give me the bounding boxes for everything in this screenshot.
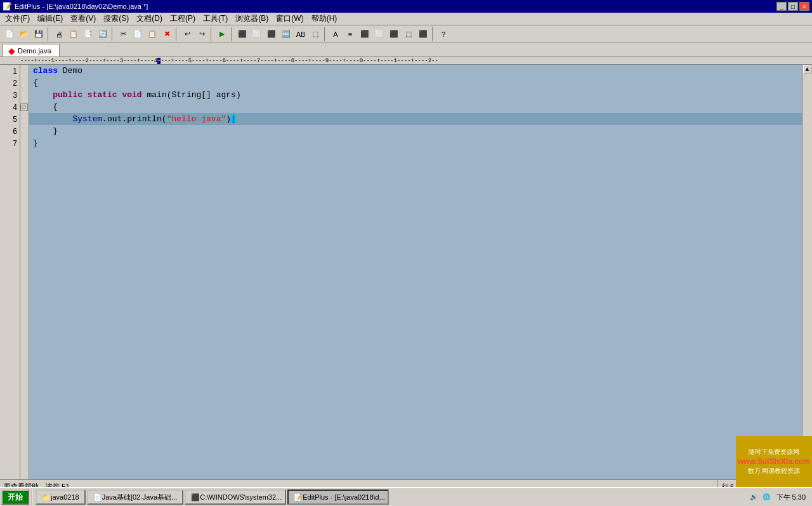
undo-button[interactable]: ↩ bbox=[180, 27, 194, 41]
close-button[interactable]: × bbox=[799, 2, 809, 11]
menu-item-查看v[interactable]: 查看(V) bbox=[67, 13, 100, 25]
menu-item-搜索s[interactable]: 搜索(S) bbox=[100, 13, 133, 25]
line-num-4: 4 bbox=[0, 101, 20, 113]
watermark-line-1: 随时下免费资源网 bbox=[749, 448, 799, 456]
toolbar-btn-12[interactable]: ≡ bbox=[343, 27, 357, 41]
copy-button[interactable]: 📄 bbox=[131, 27, 145, 41]
token-indent-6: } bbox=[33, 126, 58, 136]
toolbar-btn-5[interactable]: ⬛ bbox=[235, 27, 249, 41]
toolbar-btn-3[interactable]: 📑 bbox=[81, 27, 95, 41]
toolbar-btn-17[interactable]: ⬛ bbox=[416, 27, 430, 41]
toolbar-btn-9[interactable]: AB bbox=[294, 27, 308, 41]
toolbar-btn-15[interactable]: ⬛ bbox=[387, 27, 401, 41]
taskbar-java-basics[interactable]: 📄 Java基础[02-Java基础... bbox=[87, 489, 184, 505]
line-num-5: 5 bbox=[0, 113, 20, 125]
fold-7 bbox=[20, 137, 29, 149]
taskbar-separator bbox=[32, 489, 33, 505]
fold-marker-4[interactable]: □ bbox=[20, 103, 28, 111]
tab-demo-java[interactable]: ◆ Demo.java bbox=[3, 44, 60, 57]
taskbar-java0218[interactable]: 📁 java0218 bbox=[36, 489, 86, 505]
paste-button[interactable]: 📋 bbox=[145, 27, 159, 41]
toolbar-btn-13[interactable]: ⬛ bbox=[358, 27, 372, 41]
menu-item-窗口w[interactable]: 窗口(W) bbox=[272, 13, 307, 25]
right-scrollbar[interactable]: ▲ ▼ bbox=[802, 65, 812, 479]
toolbar-btn-16[interactable]: ⬚ bbox=[402, 27, 416, 41]
minimize-button[interactable]: _ bbox=[776, 2, 787, 11]
watermark-line-3: 数万 网课教程资源 bbox=[748, 467, 801, 476]
ruler: ----+----1----+----2----+----3----+----4… bbox=[0, 57, 812, 65]
token-system: System bbox=[72, 114, 102, 124]
toolbar-btn-8[interactable]: 🔤 bbox=[279, 27, 293, 41]
fold-4[interactable]: □ bbox=[20, 101, 29, 113]
fold-6 bbox=[20, 125, 29, 137]
toolbar-btn-7[interactable]: ⬛ bbox=[265, 27, 278, 41]
menu-item-工具t[interactable]: 工具(T) bbox=[199, 13, 232, 25]
menu-item-浏览器b[interactable]: 浏览器(B) bbox=[232, 13, 272, 25]
token-class: class bbox=[33, 66, 63, 76]
toolbar-sep-5 bbox=[231, 27, 233, 41]
toolbar-sep-7 bbox=[432, 27, 435, 41]
token-demo: Demo bbox=[63, 66, 82, 76]
fold-column: □ bbox=[20, 65, 29, 479]
menu-item-编辑e[interactable]: 编辑(E) bbox=[34, 13, 67, 25]
token-string: "hello java" bbox=[167, 114, 226, 124]
window-controls[interactable]: _ □ × bbox=[776, 2, 809, 11]
run-button[interactable]: ▶ bbox=[215, 27, 229, 41]
token-indent-3 bbox=[33, 90, 53, 100]
maximize-button[interactable]: □ bbox=[788, 2, 798, 11]
toolbar-btn-2[interactable]: 📋 bbox=[67, 27, 81, 41]
tray-icon-1: 🔊 bbox=[749, 492, 759, 502]
menu-item-文档d[interactable]: 文档(D) bbox=[133, 13, 166, 25]
start-label: 开始 bbox=[8, 492, 23, 503]
menu-item-工程p[interactable]: 工程(P) bbox=[166, 13, 199, 25]
tab-bar: ◆ Demo.java bbox=[0, 43, 812, 57]
toolbar-btn-11[interactable]: A bbox=[329, 27, 343, 41]
fold-2 bbox=[20, 77, 29, 89]
line-num-1: 1 bbox=[0, 65, 20, 77]
token-space-2 bbox=[117, 90, 122, 100]
window-title: EditPlus - [E:\java0218\day02\Demo.java … bbox=[15, 3, 148, 10]
title-text: 📝 EditPlus - [E:\java0218\day02\Demo.jav… bbox=[3, 2, 148, 11]
toolbar-btn-6[interactable]: ⬜ bbox=[250, 27, 264, 41]
toolbar-sep-1 bbox=[48, 27, 50, 41]
token-indent-5 bbox=[33, 114, 72, 124]
save-button[interactable]: 💾 bbox=[32, 27, 46, 41]
toolbar-btn-14[interactable]: ⬜ bbox=[372, 27, 386, 41]
menu-bar: 文件(F)编辑(E)查看(V)搜索(S)文档(D)工程(P)工具(T)浏览器(B… bbox=[0, 13, 812, 25]
watermark-line-2: www.SuiShiXia.com bbox=[738, 456, 810, 467]
cursor-position: | bbox=[231, 114, 236, 124]
token-brace-open: { bbox=[33, 78, 38, 88]
watermark: 随时下免费资源网 www.SuiShiXia.com 数万 网课教程资源 bbox=[736, 436, 812, 487]
code-line-5: System.out.println("hello java")| bbox=[29, 113, 802, 125]
delete-button[interactable]: ✖ bbox=[160, 27, 174, 41]
tab-modified-indicator: ◆ bbox=[8, 46, 15, 55]
tab-label: Demo.java bbox=[18, 47, 51, 55]
redo-button[interactable]: ↪ bbox=[195, 27, 209, 41]
help-button[interactable]: ? bbox=[436, 27, 450, 41]
cut-button[interactable]: ✂ bbox=[116, 27, 130, 41]
taskbar-editplus[interactable]: 📝 EditPlus - [E:\java0218\d... bbox=[287, 489, 389, 505]
code-line-6: } bbox=[29, 125, 802, 137]
new-button[interactable]: 📄 bbox=[3, 27, 16, 41]
taskbar-right: 🔊 🌐 下午 5:30 bbox=[749, 492, 811, 502]
taskbar: 开始 📁 java0218 📄 Java基础[02-Java基础... ⬛ C:… bbox=[0, 487, 812, 506]
toolbar-sep-6 bbox=[324, 27, 327, 41]
scrollbar-up[interactable]: ▲ bbox=[803, 65, 812, 74]
taskbar-cmd[interactable]: ⬛ C:\WINDOWS\system32... bbox=[185, 489, 286, 505]
menu-item-文件f[interactable]: 文件(F) bbox=[1, 13, 34, 25]
code-area[interactable]: class Demo { public static void main(Str… bbox=[29, 65, 802, 479]
toolbar-btn-4[interactable]: 🔄 bbox=[96, 27, 110, 41]
token-paren: ) bbox=[226, 114, 231, 124]
code-line-7: } bbox=[29, 137, 802, 149]
line-num-6: 6 bbox=[0, 125, 20, 137]
fold-3 bbox=[20, 89, 29, 101]
toolbar-btn-10[interactable]: ⬚ bbox=[308, 27, 322, 41]
start-button[interactable]: 开始 bbox=[1, 489, 29, 505]
print-button[interactable]: 🖨 bbox=[52, 27, 66, 41]
token-space-1 bbox=[82, 90, 88, 100]
editor-container: 1 2 3 4 5 6 7 □ class Demo { public stat… bbox=[0, 65, 812, 479]
code-line-3: public static void main(String[] agrs) bbox=[29, 89, 802, 101]
menu-item-帮助h[interactable]: 帮助(H) bbox=[308, 13, 341, 25]
open-button[interactable]: 📂 bbox=[17, 27, 31, 41]
line-num-3: 3 bbox=[0, 89, 20, 101]
